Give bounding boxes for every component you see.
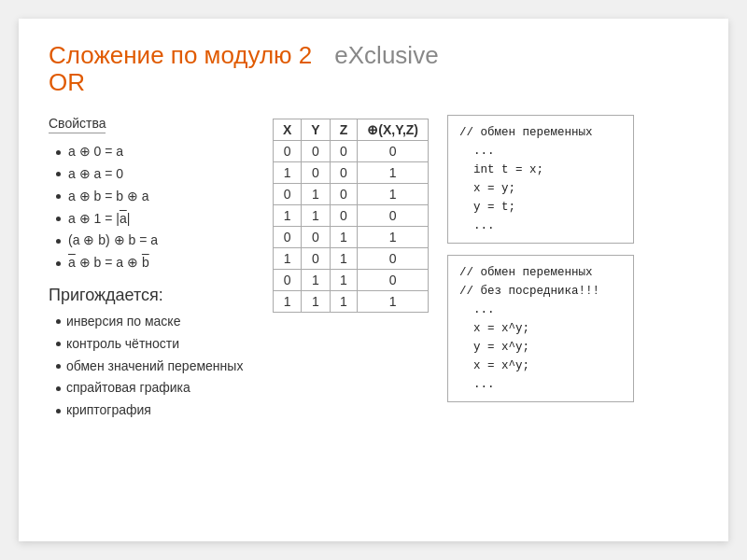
table-cell: 0 — [330, 205, 358, 227]
list-item: (a ⊕ b) ⊕ b = a — [56, 230, 254, 252]
table-cell: 0 — [358, 270, 429, 291]
table-cell: 1 — [358, 291, 429, 313]
title-main: Сложение по модулю 2 — [49, 41, 312, 70]
table-cell: 1 — [274, 162, 302, 184]
list-item: a ⊕ 1 = |a| — [56, 208, 254, 231]
list-item: спрайтовая графика — [56, 377, 254, 399]
table-row: 0101 — [274, 184, 429, 205]
title-or: OR — [49, 70, 312, 94]
table-row: 1001 — [274, 162, 429, 184]
useful-list: инверсия по маске контроль чётности обме… — [56, 311, 254, 422]
table-cell: 0 — [358, 248, 429, 270]
table-cell: 1 — [330, 227, 358, 248]
list-item: криптография — [56, 399, 254, 422]
table-cell: 1 — [302, 291, 330, 313]
table-cell: 0 — [358, 205, 429, 227]
list-item: a ⊕ 0 = a — [56, 141, 254, 163]
code-box-1: // обмен переменных ... int t = x; x = y… — [447, 115, 634, 244]
code-column: // обмен переменных ... int t = x; x = y… — [447, 115, 634, 402]
col-header-xor: ⊕(X,Y,Z) — [358, 119, 429, 141]
title-sub: eXclusive — [334, 41, 438, 70]
properties-list: a ⊕ 0 = a a ⊕ a = 0 a ⊕ b = b ⊕ a a ⊕ 1 … — [56, 141, 254, 274]
table-cell: 0 — [274, 270, 302, 291]
table-cell: 0 — [330, 162, 358, 184]
col-header-y: Y — [302, 119, 330, 141]
col-header-z: Z — [330, 119, 358, 141]
table-row: 0110 — [274, 270, 429, 291]
table-body: 00001001010111000011101001101111 — [274, 141, 429, 313]
useful-label: Пригождается: — [49, 286, 254, 305]
table-cell: 1 — [330, 291, 358, 313]
list-item: a ⊕ b = b ⊕ a — [56, 186, 254, 208]
table-row: 1100 — [274, 205, 429, 227]
useful-section: Пригождается: инверсия по маске контроль… — [49, 286, 254, 422]
table-cell: 0 — [330, 141, 358, 162]
table-cell: 1 — [274, 248, 302, 270]
truth-table-container: X Y Z ⊕(X,Y,Z) 0000100101011100001110100… — [273, 119, 429, 313]
table-row: 0000 — [274, 141, 429, 162]
table-cell: 0 — [302, 248, 330, 270]
table-cell: 1 — [274, 291, 302, 313]
table-cell: 1 — [302, 184, 330, 205]
table-cell: 1 — [358, 227, 429, 248]
slide: Сложение по модулю 2 OR eXclusive Свойст… — [19, 19, 728, 541]
table-cell: 1 — [358, 162, 429, 184]
table-row: 1111 — [274, 291, 429, 313]
table-cell: 0 — [330, 184, 358, 205]
list-item: a ⊕ b = a ⊕ b — [56, 252, 254, 274]
table-cell: 1 — [358, 184, 429, 205]
table-cell: 0 — [302, 227, 330, 248]
table-cell: 0 — [274, 227, 302, 248]
table-cell: 0 — [274, 184, 302, 205]
table-row: 0011 — [274, 227, 429, 248]
table-cell: 0 — [302, 141, 330, 162]
table-header-row: X Y Z ⊕(X,Y,Z) — [274, 119, 429, 141]
table-cell: 1 — [302, 205, 330, 227]
truth-table: X Y Z ⊕(X,Y,Z) 0000100101011100001110100… — [273, 119, 429, 313]
table-cell: 1 — [302, 270, 330, 291]
list-item: контроль чётности — [56, 333, 254, 356]
properties-section: Свойства a ⊕ 0 = a a ⊕ a = 0 a ⊕ b = b ⊕… — [49, 115, 254, 274]
table-row: 1010 — [274, 248, 429, 270]
col-header-x: X — [274, 119, 302, 141]
left-column: Свойства a ⊕ 0 = a a ⊕ a = 0 a ⊕ b = b ⊕… — [49, 115, 254, 422]
table-cell: 0 — [302, 162, 330, 184]
table-cell: 1 — [330, 248, 358, 270]
list-item: инверсия по маске — [56, 311, 254, 333]
content-area: Свойства a ⊕ 0 = a a ⊕ a = 0 a ⊕ b = b ⊕… — [49, 115, 698, 422]
table-cell: 1 — [330, 270, 358, 291]
table-cell: 0 — [358, 141, 429, 162]
header: Сложение по модулю 2 OR eXclusive — [49, 41, 698, 104]
properties-label: Свойства — [49, 116, 106, 133]
code-box-2: // обмен переменных // без посредника!!!… — [447, 255, 634, 402]
list-item: обмен значений переменных — [56, 356, 254, 378]
table-cell: 0 — [274, 141, 302, 162]
list-item: a ⊕ a = 0 — [56, 163, 254, 186]
table-cell: 1 — [274, 205, 302, 227]
